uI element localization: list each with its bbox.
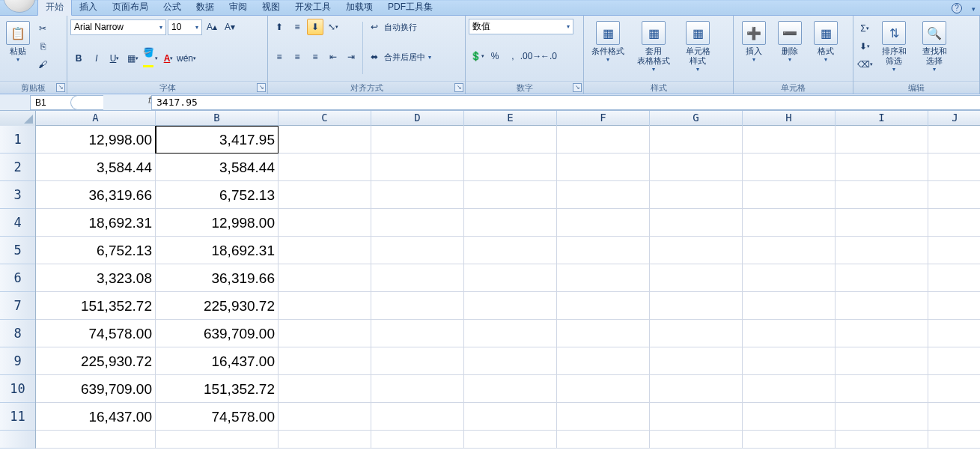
copy-button[interactable]: ⎘ xyxy=(34,38,51,55)
decrease-decimal-button[interactable]: ←.0 xyxy=(541,48,557,64)
cell-D9[interactable] xyxy=(371,347,464,375)
cell-F10[interactable] xyxy=(557,375,650,403)
comma-button[interactable]: , xyxy=(505,48,521,64)
column-header-J[interactable]: J xyxy=(928,111,980,126)
cell-A4[interactable]: 18,692.31 xyxy=(36,209,156,237)
cell-E10[interactable] xyxy=(464,375,557,403)
formula-input[interactable]: 3417.95 xyxy=(151,95,980,110)
tab-data[interactable]: 数据 xyxy=(189,0,222,15)
cell-B7[interactable]: 225,930.72 xyxy=(156,292,279,320)
cell-E2[interactable] xyxy=(464,154,557,181)
cell-G12[interactable] xyxy=(650,431,743,449)
delete-cells-button[interactable]: ➖ 删除 ▾ xyxy=(773,19,807,79)
decrease-font-button[interactable]: A▾ xyxy=(222,19,238,35)
cell-A3[interactable]: 36,319.66 xyxy=(36,181,156,209)
cell-G1[interactable] xyxy=(650,126,743,154)
row-header-5[interactable]: 5 xyxy=(0,237,35,264)
cell-C11[interactable] xyxy=(279,403,371,431)
italic-button[interactable]: I xyxy=(88,50,105,67)
font-size-combo[interactable]: 10▾ xyxy=(168,19,202,35)
accounting-format-button[interactable]: 💲▾ xyxy=(469,48,485,64)
cell-G11[interactable] xyxy=(650,403,743,431)
paste-button[interactable]: 📋 粘贴 ▾ xyxy=(3,19,33,79)
help-icon[interactable]: ? xyxy=(952,3,962,13)
column-header-F[interactable]: F xyxy=(557,111,650,126)
launcher-icon[interactable]: ↘ xyxy=(56,83,65,92)
align-middle-button[interactable]: ≡ xyxy=(289,19,305,35)
cell-B4[interactable]: 12,998.00 xyxy=(156,209,279,237)
row-header-10[interactable]: 10 xyxy=(0,375,35,403)
cell-B9[interactable]: 16,437.00 xyxy=(156,347,279,375)
row-header-9[interactable]: 9 xyxy=(0,347,35,375)
cell-E11[interactable] xyxy=(464,403,557,431)
merge-center-button[interactable]: ⬌ xyxy=(366,49,383,65)
cell-F6[interactable] xyxy=(557,264,650,292)
tab-view[interactable]: 视图 xyxy=(255,0,287,15)
bold-button[interactable]: B xyxy=(70,50,87,67)
align-top-button[interactable]: ⬆ xyxy=(271,19,287,35)
cell-I8[interactable] xyxy=(836,320,928,347)
cell-J5[interactable] xyxy=(928,237,980,264)
fill-color-button[interactable]: 🪣▾ xyxy=(142,50,159,67)
launcher-icon[interactable]: ↘ xyxy=(573,83,582,92)
cell-A1[interactable]: 12,998.00 xyxy=(36,126,156,154)
cell-I2[interactable] xyxy=(836,154,928,181)
phonetic-button[interactable]: wén▾ xyxy=(178,50,195,67)
row-header-8[interactable]: 8 xyxy=(0,320,35,347)
cell-F4[interactable] xyxy=(557,209,650,237)
increase-font-button[interactable]: A▴ xyxy=(204,19,220,35)
cell-E5[interactable] xyxy=(464,237,557,264)
cell-E7[interactable] xyxy=(464,292,557,320)
cell-D10[interactable] xyxy=(371,375,464,403)
cell-E12[interactable] xyxy=(464,431,557,449)
tab-developer[interactable]: 开发工具 xyxy=(287,0,338,15)
sort-filter-button[interactable]: ⇅ 排序和 筛选 ▾ xyxy=(874,19,913,79)
cell-F11[interactable] xyxy=(557,403,650,431)
cell-G4[interactable] xyxy=(650,209,743,237)
cell-F3[interactable] xyxy=(557,181,650,209)
cell-A5[interactable]: 6,752.13 xyxy=(36,237,156,264)
cell-D2[interactable] xyxy=(371,154,464,181)
cell-A10[interactable]: 639,709.00 xyxy=(36,375,156,403)
cell-E4[interactable] xyxy=(464,209,557,237)
border-button[interactable]: ▦▾ xyxy=(124,50,141,67)
find-select-button[interactable]: 🔍 查找和 选择 ▾ xyxy=(915,19,954,79)
cell-E3[interactable] xyxy=(464,181,557,209)
cell-F2[interactable] xyxy=(557,154,650,181)
cell-I9[interactable] xyxy=(836,347,928,375)
cell-B3[interactable]: 6,752.13 xyxy=(156,181,279,209)
cell-E6[interactable] xyxy=(464,264,557,292)
column-header-I[interactable]: I xyxy=(836,111,928,126)
cell-D5[interactable] xyxy=(371,237,464,264)
fx-icon[interactable]: fx xyxy=(103,95,148,110)
tab-insert[interactable]: 插入 xyxy=(72,0,105,15)
cell-I5[interactable] xyxy=(836,237,928,264)
cell-F9[interactable] xyxy=(557,347,650,375)
column-header-B[interactable]: B xyxy=(156,111,279,126)
tab-home[interactable]: 开始 xyxy=(37,0,72,16)
column-header-D[interactable]: D xyxy=(371,111,464,126)
cell-C7[interactable] xyxy=(279,292,371,320)
cell-A7[interactable]: 151,352.72 xyxy=(36,292,156,320)
chevron-down-icon[interactable]: ▾ xyxy=(428,54,431,61)
number-format-combo[interactable]: 数值▾ xyxy=(469,19,573,34)
decrease-indent-button[interactable]: ⇤ xyxy=(325,49,341,65)
column-header-A[interactable]: A xyxy=(36,111,156,126)
cell-A11[interactable]: 16,437.00 xyxy=(36,403,156,431)
font-color-button[interactable]: A▾ xyxy=(160,50,177,67)
cell-A9[interactable]: 225,930.72 xyxy=(36,347,156,375)
cell-I12[interactable] xyxy=(836,431,928,449)
cell-B10[interactable]: 151,352.72 xyxy=(156,375,279,403)
cell-I3[interactable] xyxy=(836,181,928,209)
cell-I11[interactable] xyxy=(836,403,928,431)
cell-D4[interactable] xyxy=(371,209,464,237)
column-header-C[interactable]: C xyxy=(279,111,371,126)
cell-B12[interactable] xyxy=(156,431,279,449)
underline-button[interactable]: U▾ xyxy=(106,50,123,67)
format-as-table-button[interactable]: ▦ 套用 表格格式 ▾ xyxy=(630,19,677,79)
cell-D8[interactable] xyxy=(371,320,464,347)
tab-review[interactable]: 审阅 xyxy=(222,0,255,15)
column-header-E[interactable]: E xyxy=(464,111,557,126)
cell-B5[interactable]: 18,692.31 xyxy=(156,237,279,264)
cell-G8[interactable] xyxy=(650,320,743,347)
